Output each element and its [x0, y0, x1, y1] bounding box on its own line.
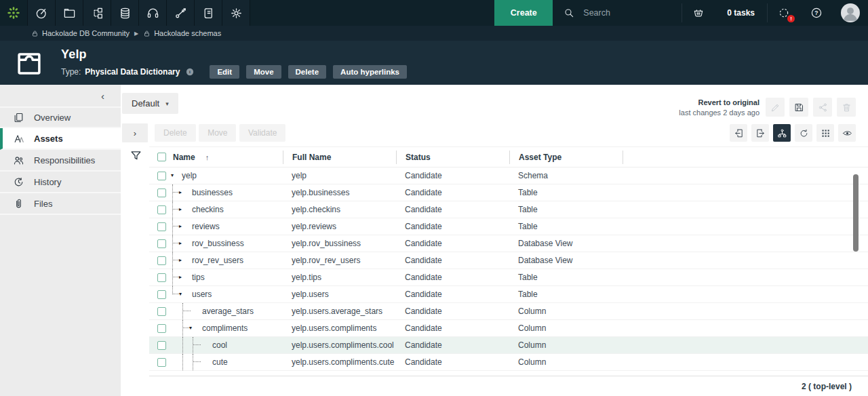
asset-name-link[interactable]: rov_bussiness [192, 239, 244, 248]
table-row-rov-rev-users[interactable]: ▸rov_rev_usersyelp.rov_rev_usersCandidat… [149, 252, 868, 269]
expand-node-icon[interactable]: ▸ [179, 241, 182, 246]
asset-name-link[interactable]: checkins [192, 205, 224, 214]
move-toolbar-button[interactable]: Move [199, 124, 236, 142]
asset-name-link[interactable]: businesses [192, 188, 233, 197]
row-checkbox[interactable] [157, 205, 166, 214]
asset-name-link[interactable]: tips [192, 273, 205, 282]
basket-button[interactable] [682, 0, 715, 26]
table-row-tips[interactable]: ▸tipsyelp.tipsCandidateTable [149, 269, 868, 286]
row-checkbox[interactable] [157, 256, 166, 265]
expand-node-icon[interactable]: ▸ [179, 207, 182, 212]
trash-button[interactable] [837, 98, 856, 117]
nav-headset-button[interactable] [139, 0, 167, 26]
tree-view-button[interactable] [773, 124, 791, 142]
collapse-node-icon[interactable]: ▾ [179, 292, 182, 297]
pencil-button[interactable] [766, 98, 785, 117]
sidebar-item-history[interactable]: History [0, 172, 121, 193]
select-all-checkbox[interactable] [157, 153, 166, 161]
nav-database-button[interactable] [111, 0, 139, 26]
help-button[interactable]: ? [800, 0, 833, 26]
row-checkbox[interactable] [157, 189, 166, 197]
name-cell: ▾yelp [149, 167, 283, 184]
row-checkbox[interactable] [157, 239, 166, 248]
expand-node-icon[interactable]: ▸ [179, 275, 182, 280]
table-row-businesses[interactable]: ▸businessesyelp.businessesCandidateTable [149, 184, 868, 201]
expand-panel-button[interactable]: › [122, 123, 148, 142]
nav-connector-button[interactable] [167, 0, 195, 26]
row-checkbox[interactable] [157, 341, 166, 350]
grid-view-button[interactable] [816, 124, 834, 142]
table-row-rov-bussiness[interactable]: ▸rov_bussinessyelp.rov_bussinessCandidat… [149, 235, 868, 252]
sidebar-item-responsibilities[interactable]: Responsibilities [0, 150, 121, 172]
auto-hyperlinks-button[interactable]: Auto hyperlinks [333, 65, 407, 79]
asset-name-link[interactable]: users [192, 290, 212, 299]
validate-toolbar-button[interactable]: Validate [239, 124, 285, 142]
asset-name-link[interactable]: cute [212, 357, 228, 367]
revert-to-original-link[interactable]: Revert to original [679, 98, 760, 106]
table-row-checkins[interactable]: ▸checkinsyelp.checkinsCandidateTable [149, 201, 868, 218]
column-header-full-name[interactable]: Full Name [283, 151, 396, 164]
edit-button[interactable]: Edit [210, 65, 239, 79]
asset-name-link[interactable]: yelp [182, 171, 197, 180]
asset-name-link[interactable]: compliments [202, 323, 248, 333]
delete-toolbar-button[interactable]: Delete [155, 124, 196, 142]
sidebar-item-overview[interactable]: Overview [0, 106, 121, 128]
collapse-node-icon[interactable]: ▾ [189, 325, 192, 331]
delete-button[interactable]: Delete [288, 65, 327, 79]
expand-node-icon[interactable]: ▸ [179, 258, 182, 263]
table-row-reviews[interactable]: ▸reviewsyelp.reviewsCandidateTable [149, 218, 868, 235]
asset-type-cell: Column [509, 357, 623, 367]
row-checkbox[interactable] [157, 358, 166, 367]
table-row-yelp[interactable]: ▾yelpyelpCandidateSchema [149, 167, 868, 184]
create-button[interactable]: Create [494, 0, 553, 26]
eye-view-button[interactable] [838, 124, 856, 142]
row-checkbox[interactable] [157, 222, 166, 231]
vertical-scrollbar[interactable] [853, 174, 859, 252]
table-row-compliments[interactable]: ▾complimentsyelp.users.complimentsCandid… [149, 320, 868, 337]
activity-button[interactable]: ! [768, 0, 800, 26]
table-row-cute[interactable]: cuteyelp.users.compliments.cuteCandidate… [149, 354, 868, 371]
info-icon[interactable]: i [185, 67, 195, 77]
sync-view-button[interactable] [795, 124, 812, 142]
nav-settings-button[interactable] [222, 0, 250, 26]
asset-name-link[interactable]: reviews [192, 222, 220, 231]
filter-button[interactable] [122, 149, 149, 162]
row-checkbox[interactable] [157, 273, 166, 282]
nav-folder-button[interactable] [56, 0, 83, 26]
column-header-name[interactable]: Name↑ [149, 151, 283, 164]
row-checkbox[interactable] [157, 324, 166, 333]
save-button[interactable] [789, 98, 808, 117]
asset-name-link[interactable]: average_stars [202, 306, 254, 316]
expand-node-icon[interactable]: ▸ [179, 190, 182, 195]
share-button[interactable] [813, 98, 832, 117]
breadcrumb-item-hackolade-schemas[interactable]: Hackolade schemas [143, 29, 221, 37]
nav-hierarchy-button[interactable] [83, 0, 111, 26]
row-checkbox[interactable] [157, 172, 166, 180]
row-checkbox[interactable] [157, 290, 166, 299]
expand-node-icon[interactable]: ▸ [179, 224, 182, 229]
column-header-asset-type[interactable]: Asset Type [509, 151, 623, 164]
table-row-average-stars[interactable]: average_starsyelp.users.average_starsCan… [149, 303, 868, 320]
collapse-node-icon[interactable]: ▾ [171, 173, 174, 178]
sidebar-collapse-button[interactable]: ‹ [0, 85, 121, 106]
view-selector[interactable]: Default ▾ [122, 93, 178, 114]
table-row-users[interactable]: ▾usersyelp.usersCandidateTable [149, 286, 868, 303]
import-view-button[interactable] [730, 124, 747, 142]
asset-name-link[interactable]: rov_rev_users [192, 256, 243, 265]
nav-script-button[interactable] [195, 0, 222, 26]
database-icon [119, 7, 132, 20]
app-logo[interactable] [0, 0, 28, 26]
search-input[interactable]: Search [553, 0, 682, 26]
export-view-button[interactable] [751, 124, 769, 142]
table-row-cool[interactable]: coolyelp.users.compliments.coolCandidate… [149, 337, 868, 354]
user-avatar[interactable] [841, 3, 860, 22]
asset-name-link[interactable]: cool [212, 340, 227, 350]
tasks-counter[interactable]: 0 tasks [715, 0, 767, 26]
sidebar-item-files[interactable]: Files [0, 193, 121, 215]
sidebar-item-assets[interactable]: Assets [0, 128, 121, 150]
column-header-status[interactable]: Status [396, 151, 509, 164]
breadcrumb-item-hackolade-db-community[interactable]: Hackolade DB Community [31, 29, 130, 37]
nav-dashboard-button[interactable] [28, 0, 56, 26]
move-button[interactable]: Move [246, 65, 281, 79]
row-checkbox[interactable] [157, 307, 166, 316]
